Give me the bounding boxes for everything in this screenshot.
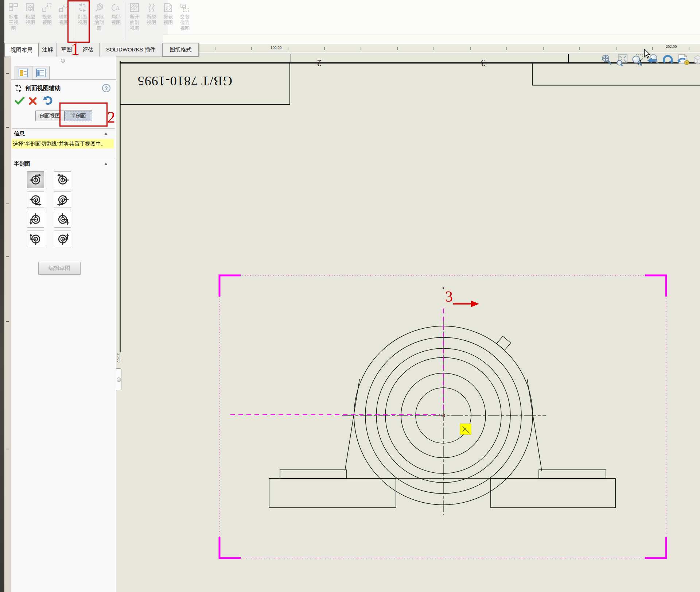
break-view-button[interactable]: 断裂视图 <box>143 1 160 26</box>
half-section-top-right-icon <box>29 173 43 187</box>
redraw-button[interactable] <box>661 53 674 68</box>
panel-title: 剖面视图辅助 <box>26 85 61 92</box>
edit-sketch-button[interactable]: 编辑草图 <box>38 262 81 275</box>
half-section-top-left-icon <box>56 173 70 187</box>
view-orientation-icon <box>691 53 700 68</box>
tab-评估[interactable]: 评估 <box>77 43 100 57</box>
removed-section-icon <box>91 2 107 13</box>
svg-text:A: A <box>116 5 120 11</box>
standard-3-view-icon <box>5 2 22 13</box>
half-section-collapse-chevron[interactable]: ▲ <box>104 161 108 166</box>
ok-button[interactable] <box>15 96 25 107</box>
undo-button[interactable] <box>42 95 53 107</box>
splitter-dot <box>117 378 121 382</box>
zoom-to-area-button[interactable] <box>630 53 644 68</box>
projected-view-icon <box>39 2 55 13</box>
half-section-left-up-button[interactable] <box>27 231 44 247</box>
half-section-right-down-button[interactable] <box>54 211 71 228</box>
redraw-icon <box>661 53 674 68</box>
tree-strip-dash <box>6 449 9 449</box>
zoom-to-area-icon <box>631 53 643 68</box>
half-section-bottom-left-icon <box>56 192 70 207</box>
ribbon-group-separator <box>125 2 125 40</box>
model-view-button[interactable]: 模型视图 <box>22 1 39 26</box>
section-view-assist-icon <box>14 84 23 94</box>
tab-feature-manager[interactable] <box>32 66 50 80</box>
panel-handle-dot[interactable] <box>61 59 65 63</box>
sketch-inference-marker <box>460 424 471 434</box>
cut-line-endpoint <box>443 287 444 289</box>
3d-drawing-view-button[interactable] <box>676 53 690 68</box>
info-message: 选择“半剖面切割线”并将其置于视图中。 <box>12 139 114 148</box>
feature-manager-icon <box>36 69 46 77</box>
half-section-bottom-right-button[interactable] <box>27 191 44 208</box>
property-manager-panel: 剖面视图辅助 ? 剖面视图 半剖面 信息 ▲ 选择“半剖面切割 <box>11 57 116 592</box>
ruler-label-right: 202.00 <box>666 44 677 49</box>
crop-view-button[interactable]: 剪裁视图 <box>160 1 176 26</box>
3d-drawing-view-icon <box>677 53 690 68</box>
mouse-cursor <box>644 49 651 61</box>
annotation-step-3: 3 <box>445 288 453 305</box>
detail-view-button[interactable]: A局部视图 <box>108 1 124 26</box>
standard-3-view-button[interactable]: 标准三视图 <box>5 1 22 32</box>
tree-strip-dash <box>6 204 9 204</box>
zoom-pan-icon <box>600 53 613 68</box>
projected-view-button[interactable]: 投影视图 <box>39 1 55 26</box>
half-section-right-up-icon <box>55 232 70 246</box>
ruler-label-left: 100.00 <box>271 45 282 50</box>
broken-out-section-button[interactable]: 断开的剖视图 <box>126 1 143 32</box>
alternate-position-view-icon <box>177 2 193 13</box>
half-section-left-down-button[interactable] <box>27 211 44 228</box>
annotation-step-1: 1 <box>71 41 79 58</box>
sheet-top-band <box>163 35 700 44</box>
info-collapse-chevron[interactable]: ▲ <box>104 131 108 136</box>
half-section-right-up-button[interactable] <box>54 231 71 247</box>
tab-图纸格式[interactable]: 图纸格式 <box>163 43 199 57</box>
annotation-step-2: 2 <box>107 109 115 125</box>
half-section-top-right-button[interactable] <box>27 171 44 188</box>
tab-property-manager[interactable] <box>15 66 32 80</box>
annotation-box-2 <box>59 102 108 127</box>
half-section-left-down-icon <box>28 212 43 226</box>
zoom-to-fit-icon <box>616 53 628 68</box>
annotation-box-1 <box>67 0 90 43</box>
half-section-right-down-icon <box>55 212 70 226</box>
desktop-edge-strip <box>0 0 4 592</box>
cancel-x-icon <box>28 97 37 105</box>
half-section-top-left-button[interactable] <box>54 171 71 188</box>
alternate-position-view-button[interactable]: 交替位置视图 <box>176 1 193 32</box>
cancel-button[interactable] <box>28 97 37 107</box>
info-group-header[interactable]: 信息 <box>14 130 25 137</box>
property-manager-icon <box>19 69 28 77</box>
help-button[interactable]: ? <box>102 84 110 92</box>
half-section-group-header[interactable]: 半剖面 <box>14 160 30 167</box>
broken-out-section-icon <box>127 2 143 13</box>
collapsed-tree-strip <box>4 43 11 592</box>
crop-view-icon <box>160 2 176 13</box>
ribbon-empty-area <box>168 0 700 35</box>
drawing-canvas[interactable]: 100.00 202.00 2 3 4 GB/T 7810-1995 30.00 <box>116 43 700 592</box>
command-manager-tabs: 视图布局注解草图评估SOLIDWORKS 插件图纸格式 <box>4 43 199 57</box>
tab-视图布局[interactable]: 视图布局 <box>4 43 39 57</box>
zoom-to-fit-button[interactable] <box>615 53 629 68</box>
solidworks-window: 100.00 202.00 2 3 4 GB/T 7810-1995 30.00 <box>0 0 700 592</box>
break-view-icon <box>143 2 159 13</box>
canvas-background <box>116 43 700 592</box>
tab-SOLIDWORKS 插件[interactable]: SOLIDWORKS 插件 <box>100 43 163 57</box>
tree-strip-dash <box>6 127 9 128</box>
detail-view-icon: A <box>108 2 124 13</box>
half-section-left-up-icon <box>28 232 43 246</box>
half-section-bottom-right-icon <box>29 192 43 207</box>
tree-strip-dash <box>6 73 9 74</box>
removed-section-button[interactable]: 移除的剖面 <box>91 1 108 32</box>
panel-splitter-tab[interactable] <box>116 368 121 390</box>
standard-code-text: GB/T 7810-1995 <box>137 74 232 88</box>
model-view-icon <box>22 2 38 13</box>
undo-icon <box>42 95 53 105</box>
sheet-edge-label: 30.00 <box>117 353 121 363</box>
zoom-pan-button[interactable] <box>600 53 613 68</box>
half-section-bottom-left-button[interactable] <box>54 191 71 208</box>
tree-strip-dash <box>6 256 9 257</box>
view-orientation-button[interactable] <box>692 53 700 68</box>
tab-注解[interactable]: 注解 <box>39 43 57 57</box>
